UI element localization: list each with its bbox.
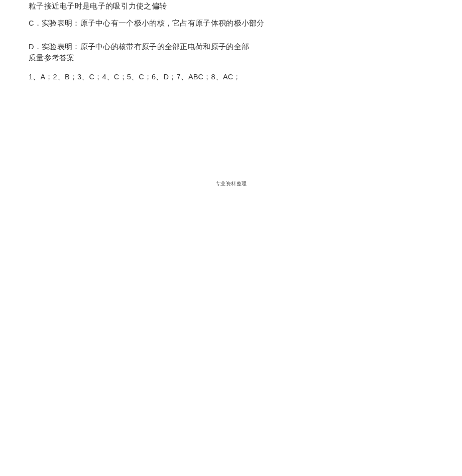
option-c: C．实验表明：原子中心有一个极小的核，它占有原子体积的极小部分: [29, 18, 433, 29]
page-footer: 专业资料整理: [0, 180, 462, 187]
answers-line: 1、A；2、B；3、C；4、C；5、C；6、D；7、ABC；8、AC；: [29, 72, 433, 83]
text-partial-line: 粒子接近电子时是电子的吸引力使之偏转: [29, 1, 433, 12]
option-d-line-1: D．实验表明：原子中心的核带有原子的全部正电荷和原子的全部: [29, 41, 433, 53]
document-content: 粒子接近电子时是电子的吸引力使之偏转 C．实验表明：原子中心有一个极小的核，它占…: [0, 0, 462, 83]
option-d-line-2: 质量参考答案: [29, 53, 433, 64]
